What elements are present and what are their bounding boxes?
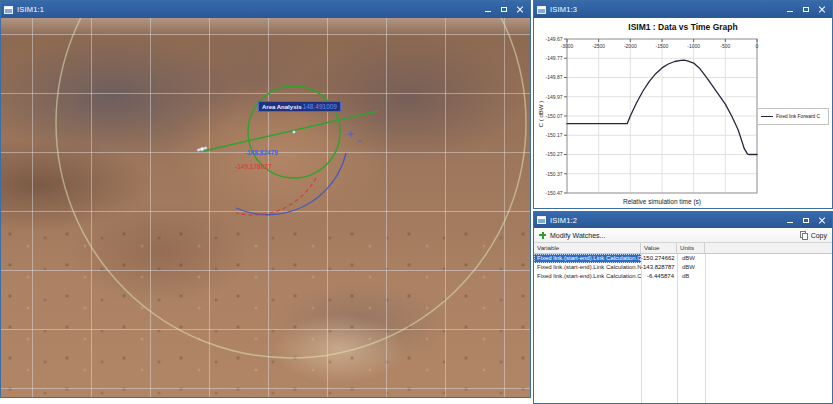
minimize-button[interactable] [782, 4, 797, 16]
watch-value: -6.445874 [641, 272, 677, 281]
close-icon [516, 6, 524, 14]
column-header-variable[interactable]: Variable [534, 243, 641, 253]
table-header-row: Variable Value Units [534, 243, 832, 254]
watch-units: dBW [677, 254, 705, 263]
watch-value: -143.828787 [641, 263, 677, 272]
contour-value-red: -149.178027 [235, 163, 272, 170]
copy-icon [800, 231, 808, 240]
minimize-icon [485, 11, 491, 12]
watches-window-title: ISIM1:2 [550, 216, 577, 225]
maximize-icon [803, 7, 809, 12]
area-center-point [292, 130, 295, 133]
watch-value: -150.274662 [641, 254, 677, 263]
x-axis-label: Relative simulation time (s) [567, 198, 757, 205]
y-tick-label: -149.97 [546, 94, 563, 100]
y-tick-label: -150.47 [546, 190, 563, 196]
close-button[interactable] [814, 4, 829, 16]
window-icon [537, 6, 546, 14]
contour-value-blue: -148.82479 [245, 149, 278, 156]
map-window-title: ISIM1:1 [17, 5, 44, 14]
y-tick-label: -150.07 [546, 113, 563, 119]
close-icon [818, 216, 826, 224]
maximize-icon [501, 7, 507, 12]
contour-arc-red [236, 178, 316, 215]
x-tick-label: 0 [756, 43, 759, 49]
column-header-units[interactable]: Units [677, 243, 705, 253]
minimize-button[interactable] [480, 4, 495, 16]
watch-variable: Fixed link.(start-end).Link Calculation.… [534, 263, 641, 272]
chart-area: ISIM1 : Data vs Time Graph -3000-2500-20… [534, 18, 832, 209]
window-icon [537, 216, 546, 224]
minimize-button[interactable] [782, 214, 797, 226]
y-axis-label: C ( dBW ) [538, 37, 548, 191]
column-header-value[interactable]: Value [641, 243, 677, 253]
table-row[interactable]: Fixed link.(start-end).Link Calculation.… [534, 272, 832, 281]
watches-table: Variable Value Units Fixed link.(start-e… [534, 243, 832, 403]
x-tick-label: -3000 [561, 43, 574, 49]
close-button[interactable] [512, 4, 527, 16]
add-plus-icon [539, 232, 546, 239]
y-tick-label: -149.87 [546, 74, 563, 80]
window-icon [4, 6, 13, 14]
area-analysis-label: Area Analysis [262, 104, 301, 110]
watch-variable: Fixed link.(start-end).Link Calculation.… [534, 272, 641, 281]
column-header-spacer [705, 243, 832, 253]
watches-window-titlebar[interactable]: ISIM1:2 [534, 212, 832, 228]
table-row[interactable]: Fixed link.(start-end).Link Calculation.… [534, 263, 832, 272]
chart-window-titlebar[interactable]: ISIM1:3 [534, 1, 832, 18]
close-icon [818, 6, 826, 14]
table-row[interactable]: Fixed link.(start-end).Link Calculation.… [534, 254, 832, 263]
modify-watches-button[interactable]: Modify Watches... [550, 232, 605, 239]
watches-window: ISIM1:2 Modify Watches... Copy Variable … [533, 211, 833, 404]
y-tick-label: -149.77 [546, 55, 563, 61]
minimize-icon [787, 11, 793, 12]
watch-units: dBW [677, 263, 705, 272]
mars-map-canvas[interactable]: Area Analysis -148.491009 -148.82479 -14… [1, 18, 530, 398]
close-button[interactable] [814, 214, 829, 226]
map-window-titlebar[interactable]: ISIM1:1 [1, 1, 530, 18]
y-tick-label: -150.27 [546, 151, 563, 157]
x-tick-label: -1000 [687, 43, 700, 49]
copy-button-label: Copy [811, 232, 827, 239]
minimize-icon [787, 222, 793, 223]
tick-marker-blue [348, 131, 362, 141]
x-tick-label: -2500 [592, 43, 605, 49]
y-tick-label: -150.37 [546, 171, 563, 177]
y-tick-label: -149.67 [546, 36, 563, 42]
y-tick-label: -150.17 [546, 132, 563, 138]
link-line [204, 111, 378, 151]
legend-series-name: Fixed link Forward C [776, 114, 820, 119]
maximize-button[interactable] [496, 4, 511, 16]
area-analysis-value: -148.491009 [300, 103, 337, 110]
map-overlay-graphics [1, 18, 530, 398]
chart-window-title: ISIM1:3 [550, 5, 577, 14]
maximize-button[interactable] [798, 214, 813, 226]
legend-line-sample [761, 116, 773, 117]
chart-window: ISIM1:3 ISIM1 : Data vs Time Graph -3000… [533, 0, 833, 209]
area-analysis-label-box[interactable]: Area Analysis -148.491009 [258, 101, 341, 112]
x-tick-label: -1500 [656, 43, 669, 49]
watch-variable: Fixed link.(start-end).Link Calculation.… [534, 254, 641, 263]
x-tick-label: -2000 [624, 43, 637, 49]
map-window: ISIM1:1 Area Analysis [0, 0, 531, 398]
watches-toolbar: Modify Watches... Copy [534, 228, 832, 243]
coverage-ring [56, 18, 526, 358]
chart-legend: Fixed link Forward C [757, 108, 829, 125]
copy-button[interactable]: Copy [800, 231, 827, 240]
maximize-icon [803, 218, 809, 223]
x-tick-label: -500 [720, 43, 730, 49]
watch-units: dB [677, 272, 705, 281]
maximize-button[interactable] [798, 4, 813, 16]
